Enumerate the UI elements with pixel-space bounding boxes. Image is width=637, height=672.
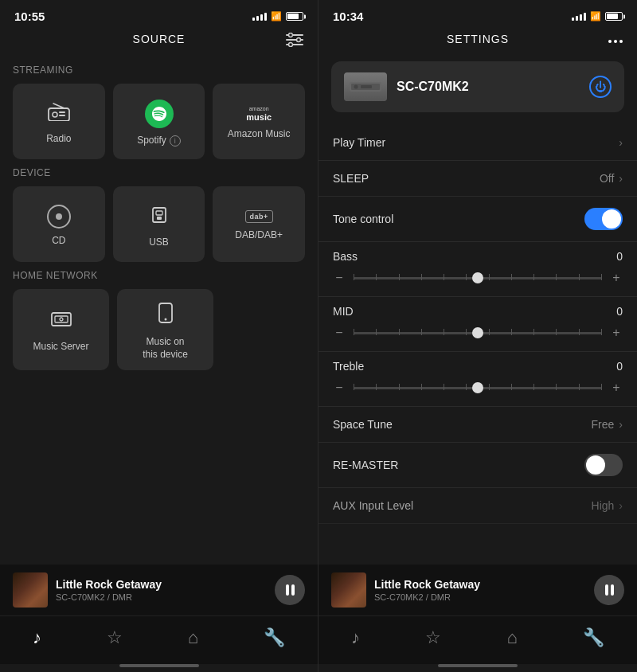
svg-rect-14 [55, 316, 68, 322]
re-master-label: RE-MASTER [333, 459, 584, 471]
nav-home-left[interactable]: ⌂ [172, 624, 214, 651]
aux-input-label: AUX Input Level [333, 499, 592, 512]
nav-wrench-right[interactable]: 🔧 [567, 624, 620, 651]
svg-rect-12 [157, 217, 162, 220]
music-device-cell[interactable]: Music onthis device [117, 289, 213, 370]
amazon-text-bottom: music [246, 112, 272, 122]
tone-control-label: Tone control [333, 213, 584, 225]
spotify-cell[interactable]: Spotify i [113, 84, 205, 159]
dab-label: DAB/DAB+ [235, 229, 283, 242]
pause-button-right[interactable] [594, 575, 624, 605]
nav-star-left[interactable]: ☆ [91, 624, 139, 651]
nav-music-left[interactable]: ♪ [17, 624, 57, 651]
device-row: CD USB dab+ DAB/DAB+ [13, 186, 305, 262]
settings-panel: 10:34 📶 SETTINGS [318, 0, 637, 672]
sleep-label: SLEEP [333, 172, 600, 185]
battery-icon-right [605, 12, 623, 21]
usb-icon [148, 203, 170, 230]
wifi-icon: 📶 [271, 11, 282, 21]
amazon-cell[interactable]: amazon music Amazon Music [213, 84, 305, 159]
source-title: SOURCE [133, 33, 186, 45]
svg-point-4 [297, 38, 301, 42]
svg-rect-21 [361, 85, 372, 88]
tone-control-toggle[interactable] [584, 208, 623, 230]
signal-icon-right [572, 13, 586, 21]
mid-plus[interactable]: + [610, 326, 623, 340]
device-thumbnail [344, 72, 387, 101]
treble-plus[interactable]: + [610, 381, 623, 395]
track-sub-right: SC-C70MK2 / DMR [374, 592, 586, 602]
treble-label: Treble [333, 360, 364, 373]
amazon-icon: amazon music [246, 106, 272, 122]
aux-input-value: High [592, 499, 615, 512]
dab-cell[interactable]: dab+ DAB/DAB+ [213, 186, 305, 262]
re-master-toggle[interactable] [584, 454, 623, 476]
cd-icon [47, 205, 71, 229]
svg-point-20 [354, 85, 358, 89]
sleep-row[interactable]: SLEEP Off › [318, 161, 637, 197]
music-server-label: Music Server [33, 341, 88, 354]
time-left: 10:55 [14, 10, 45, 23]
status-icons-right: 📶 [572, 11, 623, 21]
track-title-left: Little Rock Getaway [56, 578, 267, 591]
bass-thumb[interactable] [472, 272, 483, 283]
aux-input-row[interactable]: AUX Input Level High › [318, 488, 637, 524]
bass-label: Bass [333, 250, 358, 263]
mid-slider-section: MID 0 − + [318, 297, 637, 352]
power-icon: ⏻ [595, 80, 606, 93]
power-button[interactable]: ⏻ [589, 76, 612, 98]
usb-cell[interactable]: USB [113, 186, 205, 262]
battery-icon [286, 12, 303, 21]
home-network-row: Music Server Music onthis device [13, 289, 305, 370]
treble-track[interactable] [354, 387, 602, 389]
nav-star-right[interactable]: ☆ [409, 624, 457, 651]
bottom-nav-right: ♪ ☆ ⌂ 🔧 [318, 615, 637, 664]
time-right: 10:34 [333, 10, 363, 23]
track-title-right: Little Rock Getaway [374, 578, 586, 591]
svg-point-5 [289, 43, 293, 47]
cd-cell[interactable]: CD [13, 186, 105, 262]
space-tune-label: Space Tune [333, 418, 592, 431]
space-tune-row[interactable]: Space Tune Free › [318, 407, 637, 443]
treble-minus[interactable]: − [333, 381, 346, 395]
mid-minus[interactable]: − [333, 326, 346, 340]
treble-thumb[interactable] [472, 382, 483, 393]
aux-input-chevron: › [619, 499, 623, 512]
svg-rect-11 [156, 211, 162, 215]
play-timer-row[interactable]: Play Timer › [318, 125, 637, 161]
source-panel: 10:55 📶 SOURCE [0, 0, 318, 672]
spotify-icon [145, 100, 174, 128]
bass-minus[interactable]: − [333, 271, 346, 285]
bass-plus[interactable]: + [610, 271, 623, 285]
track-info-right: Little Rock Getaway SC-C70MK2 / DMR [374, 578, 586, 602]
sleep-value: Off [600, 172, 614, 185]
device-label: DEVICE [13, 167, 305, 178]
svg-point-15 [60, 318, 63, 321]
space-tune-value: Free [592, 418, 615, 431]
treble-slider-wrap: − + [333, 381, 623, 395]
mid-value: 0 [616, 305, 623, 318]
dab-badge: dab+ [245, 210, 273, 223]
radio-cell[interactable]: Radio [13, 84, 105, 159]
mobile-icon [158, 302, 174, 330]
nav-wrench-left[interactable]: 🔧 [248, 624, 301, 651]
nav-music-right[interactable]: ♪ [335, 624, 376, 651]
music-server-cell[interactable]: Music Server [13, 289, 109, 370]
wifi-icon-right: 📶 [590, 11, 601, 21]
pause-icon-right [605, 584, 614, 596]
nav-home-right[interactable]: ⌂ [490, 624, 533, 651]
track-sub-left: SC-C70MK2 / DMR [56, 592, 267, 602]
mid-label: MID [333, 305, 354, 318]
filter-icon[interactable] [286, 33, 303, 50]
sleep-chevron: › [619, 172, 623, 185]
bass-track[interactable] [354, 277, 602, 279]
mid-thumb[interactable] [472, 327, 483, 338]
music-server-icon [50, 310, 72, 334]
pause-button-left[interactable] [275, 575, 305, 605]
settings-header: SETTINGS [318, 28, 637, 55]
radio-label: Radio [46, 133, 71, 146]
more-menu-icon[interactable] [608, 40, 623, 43]
info-icon[interactable]: i [170, 135, 181, 147]
music-device-label: Music onthis device [143, 336, 188, 361]
mid-track[interactable] [354, 332, 602, 334]
